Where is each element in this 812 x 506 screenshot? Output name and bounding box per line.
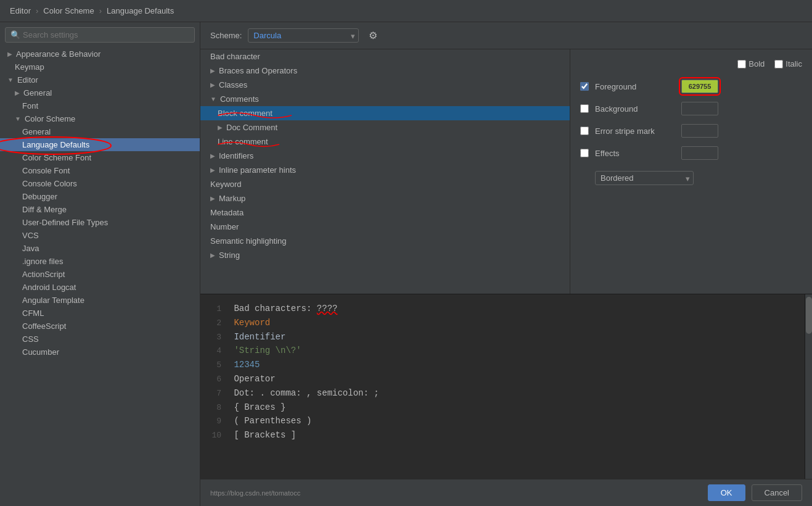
sidebar-item-ignore-files[interactable]: .ignore files — [0, 255, 200, 268]
sidebar-item-label: Color Scheme — [25, 114, 75, 123]
properties-panel: Bold Italic Foreground 629755 — [570, 49, 812, 294]
code-line-10: 10 [ Brackets ] — [210, 428, 795, 442]
error-stripe-color-box[interactable] — [681, 124, 718, 138]
sidebar-item-color-scheme[interactable]: ▼ Color Scheme — [0, 112, 200, 125]
sidebar-item-label: CFML — [22, 309, 44, 318]
arrow-icon: ▶ — [210, 152, 215, 159]
sidebar-item-actionscript[interactable]: ActionScript — [0, 268, 200, 281]
sidebar-item-lang-defaults[interactable]: Language Defaults — [0, 138, 200, 151]
sidebar-item-cfml[interactable]: CFML — [0, 307, 200, 320]
sidebar-item-label: Appearance & Behavior — [16, 49, 100, 59]
sidebar-item-general[interactable]: ▶ General — [0, 86, 200, 99]
foreground-checkbox[interactable] — [580, 82, 589, 91]
token-number[interactable]: Number — [200, 220, 570, 234]
effects-checkbox[interactable] — [580, 149, 589, 157]
token-inline-hints[interactable]: ▶ Inline parameter hints — [200, 163, 570, 177]
sidebar-item-editor[interactable]: ▼ Editor — [0, 73, 200, 86]
sidebar-item-android-logcat[interactable]: Android Logcat — [0, 281, 200, 294]
bold-checkbox[interactable] — [737, 60, 746, 68]
background-checkbox[interactable] — [580, 104, 589, 113]
token-comments[interactable]: ▼ Comments — [200, 92, 570, 106]
sidebar-item-label: Cucumber — [22, 347, 59, 357]
sidebar-item-angular-template[interactable]: Angular Template — [0, 294, 200, 307]
line-num: 5 — [210, 359, 221, 372]
sidebar-item-debugger[interactable]: Debugger — [0, 190, 200, 203]
token-label: String — [219, 251, 240, 260]
breadcrumb-editor[interactable]: Editor — [10, 6, 31, 15]
token-label: Braces and Operators — [219, 66, 297, 75]
effects-dropdown-row: Bordered Underscored Bold Underscored Un… — [595, 171, 802, 185]
arrow-icon: ▶ — [210, 167, 215, 173]
error-stripe-label: Error stripe mark — [595, 126, 675, 136]
sidebar-item-console-font[interactable]: Console Font — [0, 164, 200, 177]
url-hint: https://blog.csdn.net/tomatocc — [210, 489, 300, 497]
token-identifiers[interactable]: ▶ Identifiers — [200, 149, 570, 163]
effects-label: Effects — [595, 149, 675, 158]
sidebar-item-label: VCS — [22, 231, 39, 240]
token-label: Semantic highlighting — [210, 236, 287, 246]
italic-checkbox[interactable] — [774, 60, 783, 68]
token-block-comment[interactable]: Block comment — [200, 106, 570, 120]
token-keyword[interactable]: Keyword — [200, 177, 570, 191]
token-label: Bad character — [210, 52, 260, 61]
breadcrumb-lang-defaults: Language Defaults — [107, 6, 174, 15]
scheme-select-wrapper: Darcula Default High Contrast Monokai — [248, 28, 359, 43]
arrow-icon: ▶ — [218, 124, 223, 131]
scheme-select[interactable]: Darcula Default High Contrast Monokai — [248, 28, 359, 43]
sidebar-item-console-colors[interactable]: Console Colors — [0, 177, 200, 190]
token-metadata[interactable]: Metadata — [200, 205, 570, 220]
token-braces-ops[interactable]: ▶ Braces and Operators — [200, 64, 570, 78]
sidebar-item-label: Angular Template — [22, 296, 84, 305]
sidebar-item-label: User-Defined File Types — [22, 218, 108, 227]
bold-italic-row: Bold Italic — [580, 59, 802, 68]
token-markup[interactable]: ▶ Markup — [200, 191, 570, 205]
sidebar-item-cs-general[interactable]: General — [0, 125, 200, 138]
sidebar-item-user-file-types[interactable]: User-Defined File Types — [0, 216, 200, 229]
sidebar-item-font[interactable]: Font — [0, 99, 200, 112]
sidebar-item-label: Keymap — [15, 62, 44, 72]
ok-button[interactable]: OK — [708, 484, 745, 501]
error-stripe-checkbox[interactable] — [580, 126, 589, 135]
code-line-5: 5 12345 — [210, 358, 795, 372]
sidebar-item-coffeescript[interactable]: CoffeeScript — [0, 320, 200, 333]
breadcrumb-color-scheme[interactable]: Color Scheme — [43, 6, 94, 15]
italic-item: Italic — [774, 59, 802, 68]
sidebar-item-vcs[interactable]: VCS — [0, 229, 200, 242]
gear-button[interactable]: ⚙ — [365, 28, 381, 43]
token-label: Metadata — [210, 208, 244, 217]
sidebar-item-java[interactable]: Java — [0, 242, 200, 255]
effects-color-box[interactable] — [681, 146, 718, 160]
foreground-label: Foreground — [595, 82, 675, 91]
fg-color-box[interactable]: 629755 — [681, 80, 718, 93]
sidebar-item-css[interactable]: CSS — [0, 333, 200, 346]
token-line-comment[interactable]: Line comment — [200, 135, 570, 149]
scheme-label: Scheme: — [210, 31, 242, 40]
code-line-3: 3 Identifier — [210, 330, 795, 344]
token-label: Number — [210, 222, 239, 231]
token-classes[interactable]: ▶ Classes — [200, 78, 570, 92]
right-panel: Scheme: Darcula Default High Contrast Mo… — [200, 22, 812, 506]
code-line-9: 9 ( Parentheses ) — [210, 414, 795, 428]
sidebar-search-wrapper[interactable]: 🔍 — [5, 27, 195, 43]
sidebar: 🔍 ▶ Appearance & Behavior Keymap ▼ Edito… — [0, 22, 200, 506]
token-label: Comments — [220, 94, 259, 104]
preview-scrollbar[interactable] — [805, 294, 812, 479]
token-semantic-hl[interactable]: Semantic highlighting — [200, 234, 570, 248]
scrollbar-thumb[interactable] — [806, 297, 812, 334]
preview-code: 1 Bad characters: ???? 2 Keyword 3 Ident… — [200, 294, 805, 479]
sidebar-item-cucumber[interactable]: Cucumber — [0, 346, 200, 359]
sidebar-item-diff-merge[interactable]: Diff & Merge — [0, 203, 200, 216]
token-string[interactable]: ▶ String — [200, 248, 570, 262]
search-input[interactable] — [23, 30, 189, 39]
sidebar-item-appearance[interactable]: ▶ Appearance & Behavior — [0, 48, 200, 60]
token-bad-char[interactable]: Bad character — [200, 49, 570, 64]
effects-dropdown[interactable]: Bordered Underscored Bold Underscored Un… — [595, 171, 694, 185]
background-color-box[interactable] — [681, 102, 718, 115]
search-icon: 🔍 — [10, 30, 20, 39]
sidebar-item-label: ActionScript — [22, 270, 65, 279]
cancel-button[interactable]: Cancel — [752, 484, 802, 501]
token-doc-comment[interactable]: ▶ Doc Comment — [200, 120, 570, 135]
sidebar-item-label: Console Colors — [22, 179, 77, 188]
sidebar-item-cs-font[interactable]: Color Scheme Font — [0, 151, 200, 164]
sidebar-item-keymap[interactable]: Keymap — [0, 60, 200, 73]
